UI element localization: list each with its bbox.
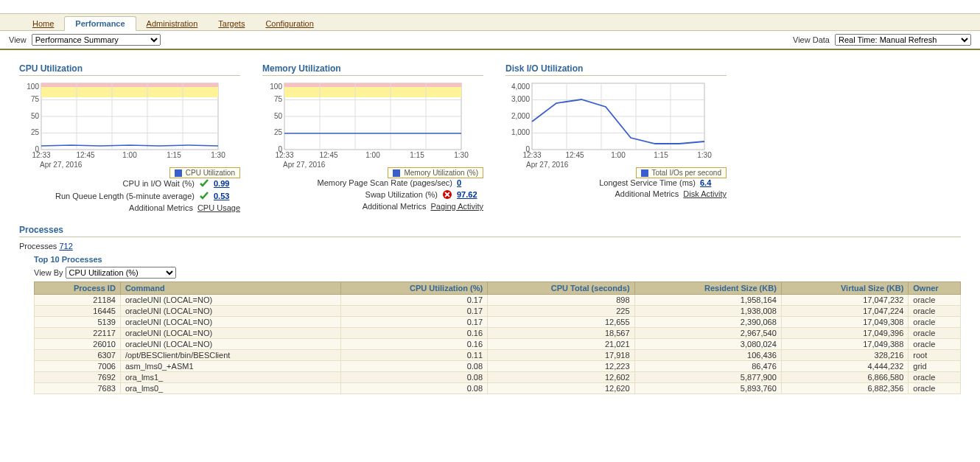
- svg-rect-22: [284, 83, 461, 87]
- svg-text:12:45: 12:45: [565, 151, 584, 158]
- cell-virt: 17,049,388: [781, 339, 909, 350]
- svg-text:25: 25: [31, 128, 40, 136]
- disk-title: Disk I/O Utilization: [505, 63, 727, 74]
- svg-text:1,000: 1,000: [511, 128, 530, 136]
- check-icon: [199, 178, 209, 189]
- cell-cmd: oracleUNI (LOCAL=NO): [120, 339, 340, 350]
- disk-longest-value[interactable]: 6.4: [700, 178, 727, 187]
- cpu-iowait-value[interactable]: 0.99: [214, 179, 240, 188]
- processes-count-link[interactable]: 712: [59, 242, 72, 251]
- cell-cpu: 0.17: [340, 295, 488, 306]
- svg-text:4,000: 4,000: [511, 83, 530, 91]
- svg-rect-23: [284, 87, 461, 97]
- col-owner[interactable]: Owner: [913, 284, 938, 293]
- table-row: 6307/opt/BESClient/bin/BESClient0.1117,9…: [35, 350, 961, 361]
- cell-pid: 16445: [35, 306, 121, 317]
- cpu-runqueue-value[interactable]: 0.53: [214, 192, 240, 200]
- tab-home[interactable]: Home: [22, 17, 64, 30]
- cell-virt: 6,882,356: [781, 383, 909, 394]
- table-row: 5139oracleUNI (LOCAL=NO)0.1712,6552,390,…: [35, 317, 961, 328]
- svg-text:1:30: 1:30: [697, 151, 712, 158]
- cell-virt: 17,047,224: [781, 306, 909, 317]
- cell-pid: 6307: [35, 350, 121, 361]
- cell-owner: oracle: [909, 383, 961, 394]
- sub-bar: View Performance Summary View Data Real …: [0, 31, 980, 50]
- disk-chart: 01,0002,0003,0004,000 12:33 12:45 1:00 1…: [505, 80, 712, 158]
- view-select[interactable]: Performance Summary: [32, 34, 161, 46]
- tab-configuration[interactable]: Configuration: [255, 17, 323, 30]
- cell-cpu: 0.16: [340, 339, 488, 350]
- cell-cmd: oracleUNI (LOCAL=NO): [120, 328, 340, 339]
- svg-text:75: 75: [274, 95, 283, 103]
- cell-owner: root: [909, 350, 961, 361]
- tab-targets[interactable]: Targets: [208, 17, 255, 30]
- cell-owner: oracle: [909, 339, 961, 350]
- cell-cmd: /opt/BESClient/bin/BESClient: [120, 350, 340, 361]
- tab-bar: Home Performance Administration Targets …: [0, 13, 980, 31]
- paging-activity-link[interactable]: Paging Activity: [430, 202, 483, 211]
- cell-virt: 17,049,308: [781, 317, 909, 328]
- mem-swap-value[interactable]: 97.62: [457, 190, 483, 199]
- svg-text:100: 100: [270, 83, 282, 91]
- svg-text:50: 50: [31, 112, 40, 120]
- memory-panel: Memory Utilization 0255075100 12:33 12:4…: [262, 63, 483, 214]
- cell-pid: 7683: [35, 383, 121, 394]
- table-row: 21184oracleUNI (LOCAL=NO)0.178981,958,16…: [35, 295, 961, 306]
- cell-cmd: oracleUNI (LOCAL=NO): [120, 306, 340, 317]
- mem-pagescan-value[interactable]: 0: [457, 178, 483, 187]
- cell-owner: oracle: [909, 372, 961, 383]
- cell-cputot: 898: [488, 295, 635, 306]
- svg-text:50: 50: [274, 112, 283, 120]
- cell-virt: 17,049,396: [781, 328, 909, 339]
- error-icon: [442, 189, 452, 200]
- cell-cpu: 0.08: [340, 361, 488, 372]
- cell-pid: 5139: [35, 317, 121, 328]
- cell-cputot: 225: [488, 306, 635, 317]
- table-row: 26010oracleUNI (LOCAL=NO)0.1621,0213,080…: [35, 339, 961, 350]
- col-cpu[interactable]: CPU Utilization (%): [410, 284, 483, 293]
- disk-activity-link[interactable]: Disk Activity: [683, 189, 727, 198]
- svg-text:1:15: 1:15: [167, 151, 181, 158]
- tab-performance[interactable]: Performance: [64, 16, 136, 31]
- cell-pid: 7006: [35, 361, 121, 372]
- cell-res: 3,080,024: [634, 339, 781, 350]
- cell-owner: oracle: [909, 295, 961, 306]
- cell-res: 5,877,900: [634, 372, 781, 383]
- cpu-usage-link[interactable]: CPU Usage: [197, 203, 240, 212]
- cell-cpu: 0.08: [340, 372, 488, 383]
- cell-res: 86,476: [634, 361, 781, 372]
- svg-text:100: 100: [27, 83, 39, 91]
- cpu-panel: CPU Utilization 0255075100: [19, 63, 240, 214]
- col-pid[interactable]: Process ID: [74, 284, 116, 293]
- svg-text:12:33: 12:33: [32, 151, 50, 158]
- svg-text:75: 75: [31, 95, 40, 103]
- mem-pagescan-label: Memory Page Scan Rate (pages/sec): [318, 178, 452, 187]
- cell-owner: oracle: [909, 317, 961, 328]
- cell-virt: 17,047,232: [781, 295, 909, 306]
- cell-virt: 328,216: [781, 350, 909, 361]
- col-cmd[interactable]: Command: [125, 284, 165, 293]
- cpu-runqueue-label: Run Queue Length (5-minute average): [55, 192, 195, 200]
- cpu-title: CPU Utilization: [19, 63, 240, 74]
- svg-rect-2: [41, 83, 218, 87]
- cell-cpu: 0.17: [340, 306, 488, 317]
- tab-administration[interactable]: Administration: [136, 17, 209, 30]
- svg-text:25: 25: [274, 128, 283, 136]
- svg-text:1:30: 1:30: [454, 151, 469, 158]
- cell-cputot: 21,021: [488, 339, 635, 350]
- table-row: 22117oracleUNI (LOCAL=NO)0.1618,5672,967…: [35, 328, 961, 339]
- svg-text:2,000: 2,000: [511, 112, 530, 120]
- cell-cputot: 12,620: [488, 383, 635, 394]
- viewby-select[interactable]: CPU Utilization (%): [66, 267, 176, 279]
- top10-title: Top 10 Processes: [34, 255, 961, 264]
- svg-text:1:00: 1:00: [365, 151, 380, 158]
- viewdata-select[interactable]: Real Time: Manual Refresh: [835, 34, 971, 46]
- col-cputot[interactable]: CPU Total (seconds): [551, 284, 630, 293]
- cell-res: 106,436: [634, 350, 781, 361]
- disk-legend: Total I/Os per second: [636, 167, 727, 178]
- process-table: Process ID Command CPU Utilization (%) C…: [34, 281, 961, 394]
- svg-text:12:33: 12:33: [275, 151, 293, 158]
- col-virt[interactable]: Virtual Size (KB): [841, 284, 903, 293]
- col-res[interactable]: Resident Size (KB): [704, 284, 777, 293]
- disk-longest-label: Longest Service Time (ms): [599, 178, 696, 187]
